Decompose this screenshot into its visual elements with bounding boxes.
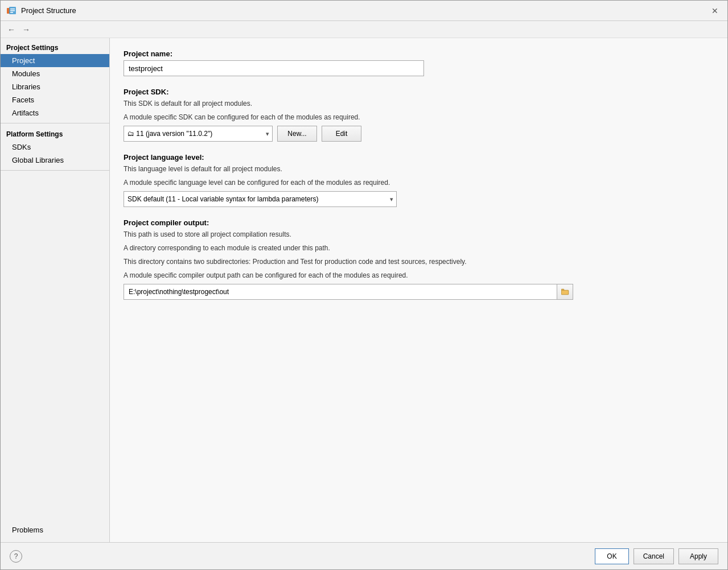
back-button[interactable]: ← xyxy=(5,24,18,35)
nav-bar: ← → xyxy=(1,21,727,38)
language-level-group: Project language level: This language le… xyxy=(124,153,714,207)
folder-browse-button[interactable] xyxy=(557,284,573,300)
cancel-button[interactable]: Cancel xyxy=(634,548,674,564)
svg-rect-2 xyxy=(10,9,15,10)
language-level-desc2: A module specific language level can be … xyxy=(124,177,714,188)
compiler-output-desc4: A module specific compiler output path c… xyxy=(124,270,714,280)
project-name-input[interactable] xyxy=(124,60,424,76)
project-structure-dialog: Project Structure ✕ ← → Project Settings… xyxy=(0,0,728,570)
sidebar: Project Settings Project Modules Librari… xyxy=(1,38,110,542)
project-sdk-group: Project SDK: This SDK is default for all… xyxy=(124,88,714,142)
sdk-select[interactable]: 🗂 11 (java version "11.0.2") xyxy=(124,126,273,142)
svg-rect-7 xyxy=(562,291,568,294)
compiler-output-group: Project compiler output: This path is us… xyxy=(124,218,714,300)
platform-settings-header: Platform Settings xyxy=(1,127,109,141)
help-button[interactable]: ? xyxy=(10,550,22,563)
forward-button[interactable]: → xyxy=(20,24,32,35)
project-sdk-desc2: A module specific SDK can be configured … xyxy=(124,112,714,122)
project-name-group: Project name: xyxy=(124,49,714,76)
language-level-label: Project language level: xyxy=(124,153,714,162)
language-select-wrapper: SDK default (11 - Local variable syntax … xyxy=(124,191,397,207)
close-button[interactable]: ✕ xyxy=(708,4,722,18)
content-panel: Project name: Project SDK: This SDK is d… xyxy=(110,38,727,542)
sidebar-spacer xyxy=(1,174,109,522)
compiler-output-label: Project compiler output: xyxy=(124,218,714,227)
compiler-output-row xyxy=(124,284,573,300)
sidebar-item-sdks[interactable]: SDKs xyxy=(1,141,109,154)
compiler-output-desc2: A directory corresponding to each module… xyxy=(124,243,714,253)
sidebar-item-artifacts[interactable]: Artifacts xyxy=(1,106,109,119)
svg-rect-4 xyxy=(10,12,13,13)
title-bar: Project Structure ✕ xyxy=(1,1,727,21)
svg-rect-6 xyxy=(561,289,564,291)
project-name-label: Project name: xyxy=(124,49,714,58)
sidebar-item-modules[interactable]: Modules xyxy=(1,67,109,80)
ok-button[interactable]: OK xyxy=(595,548,628,564)
sdk-row: 🗂 11 (java version "11.0.2") New... Edit xyxy=(124,126,714,142)
compiler-output-input[interactable] xyxy=(124,284,557,300)
bottom-right: OK Cancel Apply xyxy=(595,548,718,564)
title-bar-title: Project Structure xyxy=(21,6,76,15)
sidebar-item-project[interactable]: Project xyxy=(1,54,109,67)
sidebar-divider xyxy=(1,123,109,123)
svg-rect-3 xyxy=(10,10,15,11)
title-bar-left: Project Structure xyxy=(6,6,76,16)
sdk-new-button[interactable]: New... xyxy=(277,126,317,142)
language-level-desc1: This language level is default for all p… xyxy=(124,164,714,174)
project-sdk-label: Project SDK: xyxy=(124,88,714,96)
project-sdk-desc1: This SDK is default for all project modu… xyxy=(124,98,714,109)
compiler-output-desc1: This path is used to store all project c… xyxy=(124,229,714,239)
compiler-output-desc3: This directory contains two subdirectori… xyxy=(124,257,714,267)
bottom-left: ? xyxy=(10,550,22,563)
sidebar-item-global-libraries[interactable]: Global Libraries xyxy=(1,154,109,167)
sdk-select-wrapper: 🗂 11 (java version "11.0.2") xyxy=(124,126,273,142)
project-settings-header: Project Settings xyxy=(1,40,109,54)
sidebar-divider-2 xyxy=(1,170,109,171)
app-icon xyxy=(6,6,17,16)
apply-button[interactable]: Apply xyxy=(678,548,718,564)
sidebar-item-libraries[interactable]: Libraries xyxy=(1,80,109,93)
language-select[interactable]: SDK default (11 - Local variable syntax … xyxy=(124,191,397,207)
sdk-edit-button[interactable]: Edit xyxy=(322,126,361,142)
main-content: Project Settings Project Modules Librari… xyxy=(1,38,727,542)
sidebar-item-facets[interactable]: Facets xyxy=(1,93,109,106)
sidebar-item-problems[interactable]: Problems xyxy=(1,522,109,538)
bottom-bar: ? OK Cancel Apply xyxy=(1,542,727,569)
